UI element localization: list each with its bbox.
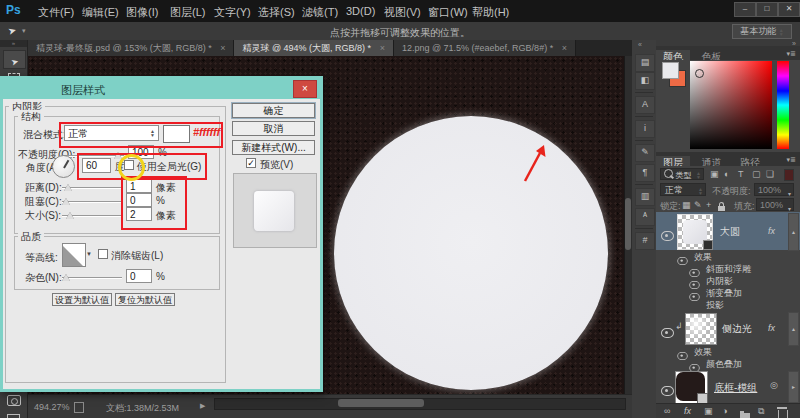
menu-help[interactable]: 帮助(H) xyxy=(468,5,513,20)
maximize-button[interactable]: □ xyxy=(756,2,778,17)
lock-transparency-icon[interactable]: ▦ xyxy=(682,200,691,210)
delete-layer-icon[interactable] xyxy=(778,405,788,418)
doc-tab-1-close-icon[interactable]: × xyxy=(220,43,225,53)
layer-thumbnail[interactable] xyxy=(685,313,717,345)
filter-type-layers-icon[interactable]: T xyxy=(738,169,744,179)
fx-badge[interactable]: fx xyxy=(768,226,775,236)
canvas-vertical-scrollbar-thumb[interactable] xyxy=(625,198,631,250)
link-layers-icon[interactable]: ∞ xyxy=(664,406,670,416)
effect-row-inner-shadow[interactable]: 内阴影 xyxy=(656,275,800,286)
visibility-eye-icon[interactable] xyxy=(661,328,674,338)
distance-slider-thumb[interactable] xyxy=(64,184,72,191)
antialias-checkbox[interactable] xyxy=(98,249,108,259)
layer-name[interactable]: 大圆 xyxy=(720,225,740,239)
minimize-button[interactable]: – xyxy=(734,2,756,17)
glyphs-panel-icon[interactable]: # xyxy=(635,232,655,250)
layer-name[interactable]: 底框-模组 xyxy=(714,381,757,395)
menu-edit[interactable]: 编辑(E) xyxy=(78,5,123,20)
new-group-icon[interactable] xyxy=(740,406,750,418)
doc-tab-2[interactable]: 精灵球 @ 494% (大圆, RGB/8) * × xyxy=(234,40,393,56)
character-styles-panel-icon[interactable]: ᴬ xyxy=(635,208,655,226)
menu-view[interactable]: 视图(V) xyxy=(380,5,425,20)
preview-checkbox[interactable]: ✓ xyxy=(246,158,256,168)
layer-row-dikuang[interactable]: 底框-模组 ◎ ▸ xyxy=(656,370,800,403)
filter-smart-objects-icon[interactable]: ❏ xyxy=(766,169,774,179)
add-layer-mask-icon[interactable]: ▣ xyxy=(704,406,713,416)
menu-file[interactable]: 文件(F) xyxy=(34,5,78,20)
fx-badge[interactable]: fx xyxy=(768,323,775,333)
size-slider[interactable] xyxy=(62,215,122,217)
new-style-button[interactable]: 新建样式(W)... xyxy=(232,140,315,155)
choke-slider-thumb[interactable] xyxy=(62,198,70,205)
color-field[interactable] xyxy=(690,61,772,149)
reset-default-button[interactable]: 复位为默认值 xyxy=(115,293,175,306)
choke-slider[interactable] xyxy=(62,201,122,203)
layer-row-cebianguang[interactable]: ↲ 侧边光 fx ▴ xyxy=(656,311,800,345)
layer-thumbnail[interactable] xyxy=(675,371,708,403)
noise-input[interactable]: 0 xyxy=(126,269,152,283)
ok-button[interactable]: 确定 xyxy=(232,103,315,118)
styles-panel-icon[interactable]: ◧ xyxy=(635,72,655,90)
distance-slider[interactable] xyxy=(62,187,122,189)
tool-presets-panel-icon[interactable]: ✎ xyxy=(635,144,655,162)
status-popup-icon[interactable]: ▶ xyxy=(200,402,205,410)
set-default-button[interactable]: 设置为默认值 xyxy=(52,293,112,306)
layer-row-dayuan[interactable]: 大圆 fx ▴ xyxy=(656,212,800,250)
size-slider-thumb[interactable] xyxy=(66,212,74,219)
expand-dock-icon[interactable]: « xyxy=(638,41,642,48)
effect-row-color-overlay[interactable]: 颜色叠加 xyxy=(656,358,800,369)
doc-tab-3[interactable]: 12.png @ 71.5% (#eaebef, RGB/8#) * × xyxy=(394,40,576,56)
move-tool-button[interactable]: ➤ xyxy=(3,50,26,69)
new-layer-icon[interactable]: ⧉ xyxy=(758,406,764,417)
paragraph-panel-icon[interactable]: ¶ xyxy=(635,164,655,182)
contour-picker[interactable] xyxy=(62,243,86,267)
color-field-marker[interactable] xyxy=(695,69,704,78)
doc-tab-3-close-icon[interactable]: × xyxy=(562,43,567,53)
effect-row-bevel[interactable]: 斜面和浮雕 xyxy=(656,263,800,274)
filter-kind-select[interactable]: 类型 ▲▼ xyxy=(660,168,704,180)
noise-slider-thumb[interactable] xyxy=(62,274,70,281)
lock-pixels-icon[interactable]: ✎ xyxy=(694,200,702,210)
doc-tab-1[interactable]: 精灵球-最终版.psd @ 153% (大圆, RGB/8) * × xyxy=(28,40,234,56)
adjustments-panel-icon[interactable]: ▤ xyxy=(635,54,655,72)
workspace-switcher[interactable]: 基本功能 ▲▼ xyxy=(732,24,792,39)
character-panel-icon[interactable]: A xyxy=(635,96,655,114)
lock-position-icon[interactable]: + xyxy=(706,200,711,210)
menu-type[interactable]: 文字(Y) xyxy=(210,5,255,20)
contour-dropdown-icon[interactable]: ▼ xyxy=(86,251,92,257)
effect-row-drop-shadow[interactable]: 投影 xyxy=(656,299,800,310)
visibility-eye-icon[interactable] xyxy=(661,231,674,241)
layer-style-indicator-icon[interactable]: ◎ xyxy=(770,380,778,390)
info-panel-icon[interactable]: i xyxy=(635,120,655,138)
noise-slider[interactable] xyxy=(62,277,122,279)
menu-window[interactable]: 窗口(W) xyxy=(424,5,472,20)
menu-3d[interactable]: 3D(D) xyxy=(342,5,379,17)
menu-layer[interactable]: 图层(L) xyxy=(166,5,209,20)
layer-fill-select[interactable]: 100% ▾ xyxy=(756,198,794,211)
filter-shape-layers-icon[interactable]: ▢ xyxy=(752,169,761,179)
dialog-close-icon[interactable]: × xyxy=(293,80,317,98)
fx-collapse-button[interactable]: ▴ xyxy=(788,312,799,346)
close-button[interactable]: ✕ xyxy=(778,2,800,17)
effects-header-row[interactable]: 效果 xyxy=(656,251,800,262)
doc-tab-2-close-icon[interactable]: × xyxy=(380,43,385,53)
filter-pixel-layers-icon[interactable]: ▣ xyxy=(710,169,719,179)
filter-adjustment-layers-icon[interactable]: ◐ xyxy=(724,169,729,179)
layer-comps-panel-icon[interactable]: ▥ xyxy=(635,188,655,206)
toolbox-collapse-icon[interactable]: » xyxy=(0,40,27,47)
angle-dial[interactable] xyxy=(52,155,75,178)
foreground-color-swatch[interactable] xyxy=(662,62,679,79)
effects-header-row[interactable]: 效果 xyxy=(656,346,800,357)
hue-slider[interactable] xyxy=(777,61,789,149)
effect-row-gradient-overlay[interactable]: 渐变叠加 xyxy=(656,287,800,298)
screen-mode-button[interactable] xyxy=(3,410,24,418)
layer-thumbnail[interactable] xyxy=(677,214,713,250)
menu-filter[interactable]: 滤镜(T) xyxy=(298,5,342,20)
layer-blend-mode-select[interactable]: 正常 ▲▼ xyxy=(660,183,706,196)
cancel-button[interactable]: 取消 xyxy=(232,121,315,136)
dialog-title-bar[interactable]: 图层样式 × xyxy=(3,79,320,99)
filter-toggle-switch[interactable] xyxy=(784,169,794,181)
add-layer-style-icon[interactable]: fx xyxy=(684,406,691,416)
layer-opacity-select[interactable]: 100% ▾ xyxy=(754,183,794,196)
color-panel-menu-icon[interactable]: ▾≣ xyxy=(787,50,796,58)
